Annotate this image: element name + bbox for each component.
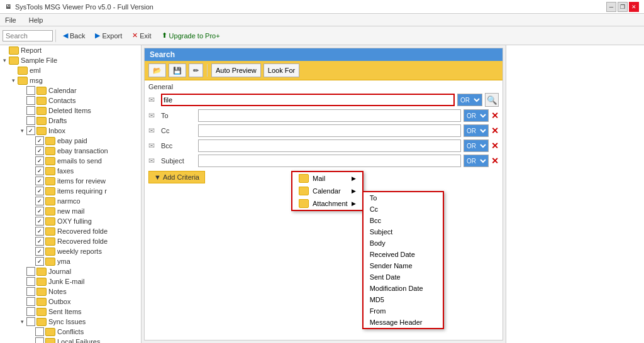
submenu-md5[interactable]: MD5 [364,294,443,305]
back-button[interactable]: ◀ Back [58,28,89,43]
tree-item-8[interactable]: ▾✓Inbox [0,126,141,136]
checkbox[interactable]: ✓ [35,247,44,256]
checkbox[interactable] [35,327,44,336]
look-for-button[interactable]: Look For [264,63,299,77]
ctx-attachment-item[interactable]: Attachment ▶ [292,197,362,210]
ctx-mail-item[interactable]: Mail ▶ [292,172,362,185]
checkbox[interactable] [26,86,35,95]
subject-delete-button[interactable]: ✕ [491,156,499,166]
submenu-body[interactable]: Body [364,237,443,249]
to-delete-button[interactable]: ✕ [491,111,499,121]
minimize-button[interactable]: ─ [606,2,616,12]
checkbox[interactable] [26,287,35,296]
checkbox[interactable]: ✓ [26,126,35,135]
add-criteria-button[interactable]: ▼ Add Criteria [148,171,205,183]
export-button[interactable]: ▶ Export [91,28,126,43]
menu-file[interactable]: File [3,16,19,24]
checkbox[interactable] [26,116,35,125]
tree-item-4[interactable]: Calendar [0,85,141,95]
tree-item-10[interactable]: ✓ebay transaction [0,146,141,156]
main-or-select[interactable]: OR AND [457,94,482,106]
bcc-or-select[interactable]: OR AND [464,139,489,152]
to-or-select[interactable]: OR AND [464,109,489,122]
cc-delete-button[interactable]: ✕ [491,126,499,136]
tree-item-26[interactable]: Sent Items [0,307,141,317]
bcc-input[interactable] [198,139,461,152]
tree-item-24[interactable]: Notes [0,286,141,297]
tree-item-20[interactable]: ✓weekly reports [0,246,141,256]
submenu-modification-date[interactable]: Modification Date [364,283,443,294]
checkbox[interactable] [26,267,35,276]
tree-item-15[interactable]: ✓narmco [0,196,141,206]
tree-item-0[interactable]: Report [0,45,141,55]
search-input[interactable] [3,30,53,41]
tree-item-28[interactable]: Conflicts [0,327,141,337]
tree-item-16[interactable]: ✓new mail [0,206,141,216]
tree-item-21[interactable]: ✓yma [0,256,141,266]
open-button[interactable]: 📂 [148,63,166,77]
tree-item-17[interactable]: ✓OXY fulling [0,216,141,226]
upgrade-button[interactable]: ⬆ Upgrade to Pro+ [157,28,225,43]
tree-item-1[interactable]: ▾Sample File [0,55,141,65]
submenu-sender-name[interactable]: Sender Name [364,260,443,271]
tree-item-13[interactable]: ✓items for review [0,176,141,186]
tree-item-23[interactable]: Junk E-mail [0,276,141,286]
checkbox[interactable]: ✓ [35,197,44,205]
submenu-sent-date[interactable]: Sent Date [364,271,443,283]
bcc-delete-button[interactable]: ✕ [491,141,499,151]
tree-item-11[interactable]: ✓emails to send [0,156,141,166]
checkbox[interactable] [26,106,35,115]
save-button[interactable]: 💾 [169,63,186,77]
checkbox[interactable]: ✓ [35,177,44,185]
checkbox[interactable]: ✓ [35,156,44,165]
exit-button[interactable]: ✕ Exit [128,28,155,43]
tree-item-27[interactable]: ▾Sync Issues [0,317,141,327]
edit-button[interactable]: ✏ [189,63,203,77]
tree-item-3[interactable]: ▾msg [0,75,141,85]
close-button[interactable]: ✕ [629,2,639,12]
tree-item-22[interactable]: Journal [0,266,141,276]
tree-item-7[interactable]: Drafts [0,116,141,126]
subject-input[interactable] [198,155,461,167]
tree-item-5[interactable]: Contacts [0,95,141,106]
tree-item-19[interactable]: ✓Recovered folde [0,236,141,246]
tree-item-9[interactable]: ✓ebay paid [0,136,141,146]
expand-icon[interactable]: ▾ [0,56,9,65]
expand-icon[interactable]: ▾ [18,126,26,135]
submenu-received-date[interactable]: Received Date [364,249,443,260]
checkbox[interactable]: ✓ [35,257,44,266]
menu-help[interactable]: Help [26,16,46,24]
cc-input[interactable] [198,124,461,137]
auto-preview-button[interactable]: Auto Preview [211,63,261,77]
to-input[interactable] [198,109,461,122]
checkbox[interactable] [26,297,35,306]
tree-item-18[interactable]: ✓Recovered folde [0,226,141,236]
cc-or-select[interactable]: OR AND [464,124,489,137]
checkbox[interactable] [26,307,35,316]
checkbox[interactable]: ✓ [35,207,44,215]
checkbox[interactable] [26,317,35,326]
checkbox[interactable]: ✓ [35,227,44,236]
checkbox[interactable] [26,96,35,105]
checkbox[interactable]: ✓ [35,217,44,226]
checkbox[interactable]: ✓ [35,136,44,145]
tree-item-14[interactable]: ✓items requiring r [0,186,141,196]
submenu-from[interactable]: From [364,305,443,317]
subject-or-select[interactable]: OR AND [464,155,489,167]
submenu-subject[interactable]: Subject [364,226,443,237]
tree-item-12[interactable]: ✓faxes [0,166,141,176]
checkbox[interactable]: ✓ [35,146,44,155]
restore-button[interactable]: ❐ [618,2,628,12]
tree-item-25[interactable]: Outbox [0,297,141,307]
submenu-to[interactable]: To [364,192,443,204]
ctx-calendar-item[interactable]: Calendar ▶ [292,185,362,197]
search-go-button[interactable]: 🔍 [485,93,499,107]
expand-icon[interactable]: ▾ [9,76,18,85]
checkbox[interactable]: ✓ [35,187,44,195]
checkbox[interactable]: ✓ [35,237,44,246]
tree-item-6[interactable]: Deleted Items [0,106,141,116]
submenu-bcc[interactable]: Bcc [364,215,443,226]
checkbox[interactable] [26,277,35,286]
checkbox[interactable] [35,337,44,343]
main-search-input[interactable] [161,94,455,106]
